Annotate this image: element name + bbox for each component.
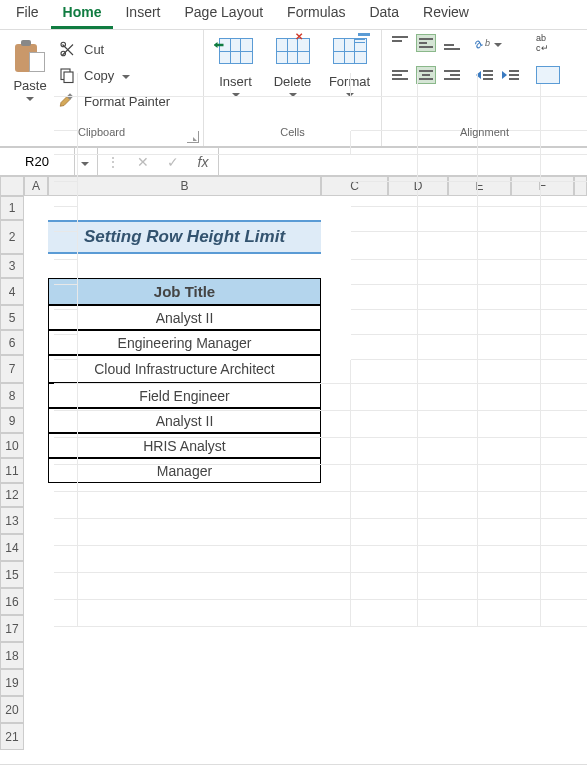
cell[interactable] (418, 260, 478, 285)
cell[interactable] (418, 519, 478, 546)
row-header[interactable]: 11 (0, 458, 24, 483)
row-header[interactable]: 12 (0, 483, 24, 507)
orientation-button[interactable]: ab (476, 34, 500, 52)
row-header[interactable]: 1 (0, 196, 24, 220)
tab-home[interactable]: Home (51, 0, 114, 29)
cell[interactable] (541, 384, 587, 411)
cell[interactable] (78, 360, 351, 384)
cell[interactable] (78, 492, 351, 519)
cell[interactable] (351, 438, 418, 465)
cut-button[interactable]: Cut (58, 40, 170, 58)
cell[interactable] (478, 384, 541, 411)
cell[interactable] (54, 182, 78, 207)
cell[interactable] (54, 207, 78, 232)
cell[interactable] (351, 360, 418, 384)
cell[interactable] (418, 411, 478, 438)
cell[interactable] (478, 155, 541, 182)
select-all-corner[interactable] (0, 176, 24, 196)
cell[interactable] (54, 232, 78, 260)
cell[interactable] (351, 492, 418, 519)
row-header[interactable]: 2 (0, 220, 24, 254)
cell[interactable] (54, 411, 78, 438)
row-header[interactable]: 4 (0, 278, 24, 305)
cell[interactable] (418, 600, 478, 627)
tab-review[interactable]: Review (411, 0, 481, 29)
cell[interactable] (78, 73, 351, 97)
cell[interactable] (351, 285, 418, 310)
tab-file[interactable]: File (4, 0, 51, 29)
cell[interactable] (478, 573, 541, 600)
row-header[interactable]: 5 (0, 305, 24, 330)
paste-button[interactable]: Paste (8, 36, 52, 101)
row-header[interactable]: 10 (0, 433, 24, 458)
cell[interactable] (351, 519, 418, 546)
cell[interactable] (478, 73, 541, 97)
col-header[interactable]: A (24, 176, 48, 196)
cell[interactable] (418, 155, 478, 182)
align-bottom-button[interactable] (442, 34, 462, 52)
tab-formulas[interactable]: Formulas (275, 0, 357, 29)
cell[interactable] (54, 492, 78, 519)
cell[interactable] (541, 260, 587, 285)
cell[interactable] (54, 73, 78, 97)
cell[interactable] (478, 546, 541, 573)
cell[interactable] (478, 411, 541, 438)
cell[interactable] (541, 600, 587, 627)
cell[interactable] (418, 232, 478, 260)
enter-formula-button[interactable]: ✓ (158, 154, 188, 170)
cell[interactable] (351, 411, 418, 438)
cell[interactable] (418, 492, 478, 519)
cell[interactable] (418, 438, 478, 465)
row-header[interactable]: 13 (0, 507, 24, 534)
cell[interactable] (54, 546, 78, 573)
cell[interactable] (478, 360, 541, 384)
cell[interactable] (351, 600, 418, 627)
cell[interactable] (418, 73, 478, 97)
cell[interactable] (418, 384, 478, 411)
cell[interactable] (418, 465, 478, 492)
handle-icon[interactable]: ⋮ (98, 154, 128, 170)
cell[interactable] (54, 465, 78, 492)
row-header[interactable]: 7 (0, 355, 24, 383)
align-middle-button[interactable] (416, 34, 436, 52)
row-header[interactable]: 21 (0, 723, 24, 750)
cell[interactable] (78, 465, 351, 492)
row-header[interactable]: 17 (0, 615, 24, 642)
row-header[interactable]: 16 (0, 588, 24, 615)
cell[interactable] (418, 360, 478, 384)
cell[interactable] (54, 519, 78, 546)
cell[interactable] (418, 285, 478, 310)
row-header[interactable]: 6 (0, 330, 24, 355)
table-header-cell[interactable]: Job Title (48, 278, 321, 305)
cell[interactable] (351, 182, 418, 207)
wrap-text-button[interactable]: abc↵ (536, 34, 566, 52)
cell[interactable] (351, 260, 418, 285)
cell[interactable] (478, 207, 541, 232)
cell[interactable] (478, 438, 541, 465)
cell[interactable] (351, 335, 418, 360)
sheet-title-cell[interactable]: Setting Row Height Limit (48, 220, 321, 254)
row-header[interactable]: 20 (0, 696, 24, 723)
cell[interactable] (351, 573, 418, 600)
cell[interactable] (418, 573, 478, 600)
align-top-button[interactable] (390, 34, 410, 52)
cell[interactable] (78, 573, 351, 600)
cell[interactable] (478, 600, 541, 627)
cell[interactable] (418, 546, 478, 573)
cell[interactable] (351, 546, 418, 573)
cell[interactable] (78, 384, 351, 411)
cell[interactable] (54, 360, 78, 384)
tab-page-layout[interactable]: Page Layout (172, 0, 275, 29)
cell[interactable] (54, 285, 78, 310)
tab-data[interactable]: Data (357, 0, 411, 29)
cell[interactable] (541, 360, 587, 384)
cell[interactable] (351, 465, 418, 492)
cell[interactable] (541, 411, 587, 438)
cell[interactable] (418, 335, 478, 360)
cell[interactable] (541, 519, 587, 546)
row-header[interactable]: 19 (0, 669, 24, 696)
cancel-formula-button[interactable]: ✕ (128, 154, 158, 170)
cell[interactable] (351, 207, 418, 232)
cell[interactable] (351, 73, 418, 97)
fx-button[interactable]: fx (188, 154, 218, 170)
